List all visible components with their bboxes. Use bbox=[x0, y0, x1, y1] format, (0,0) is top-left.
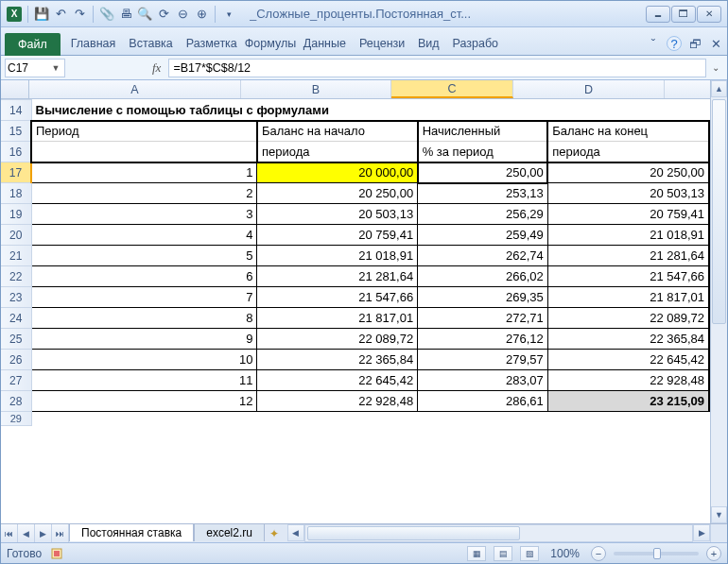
file-tab[interactable]: Файл bbox=[5, 33, 61, 56]
zoom-out-button[interactable]: − bbox=[591, 546, 606, 561]
tab-formulas[interactable]: Формулы bbox=[238, 32, 297, 55]
qat-customize-icon[interactable]: ▾ bbox=[221, 7, 236, 22]
row-header[interactable]: 21 bbox=[1, 246, 31, 266]
table-cell[interactable]: 22 645,42 bbox=[257, 370, 418, 391]
table-cell[interactable]: 20 503,13 bbox=[257, 204, 418, 225]
scroll-right-icon[interactable]: ▶ bbox=[693, 524, 710, 541]
cell-b17[interactable]: 20 000,00 bbox=[257, 162, 418, 183]
preview-icon[interactable]: 🔍 bbox=[137, 7, 152, 22]
row-header[interactable]: 19 bbox=[1, 204, 31, 225]
row-header[interactable]: 20 bbox=[1, 225, 31, 246]
table-cell[interactable]: 20 759,41 bbox=[257, 225, 418, 246]
table-cell[interactable]: 21 018,91 bbox=[257, 246, 418, 266]
hdr-period-2[interactable] bbox=[31, 142, 257, 162]
macro-record-icon[interactable] bbox=[49, 546, 64, 561]
table-cell[interactable]: 21 817,01 bbox=[257, 308, 418, 329]
select-all-corner[interactable] bbox=[1, 80, 29, 98]
row-header[interactable]: 17 bbox=[1, 162, 31, 183]
tab-developer[interactable]: Разрабо bbox=[446, 32, 505, 55]
table-cell[interactable]: 20 250,00 bbox=[257, 183, 418, 204]
row-header[interactable]: 29 bbox=[1, 412, 31, 426]
vertical-scrollbar[interactable]: ▲ ▼ bbox=[710, 80, 727, 523]
scroll-up-icon[interactable]: ▲ bbox=[711, 80, 727, 97]
table-cell[interactable]: 8 bbox=[31, 308, 257, 329]
doc-restore-icon[interactable]: 🗗 bbox=[687, 36, 702, 51]
zoom-thumb[interactable] bbox=[653, 548, 661, 559]
table-cell[interactable]: 259,49 bbox=[418, 225, 548, 246]
tab-last-icon[interactable]: ⏭ bbox=[52, 524, 69, 542]
row-header[interactable]: 18 bbox=[1, 183, 31, 204]
tab-view[interactable]: Вид bbox=[411, 32, 446, 55]
table-cell[interactable]: 272,71 bbox=[418, 308, 548, 329]
cell-a17[interactable]: 1 bbox=[31, 162, 257, 183]
table-cell[interactable]: 3 bbox=[31, 204, 257, 225]
col-header-c[interactable]: C bbox=[391, 80, 513, 98]
table-cell[interactable]: 12 bbox=[31, 391, 257, 412]
table-cell[interactable]: 283,07 bbox=[418, 370, 548, 391]
tab-review[interactable]: Рецензи bbox=[353, 32, 411, 55]
scroll-down-icon[interactable]: ▼ bbox=[711, 506, 727, 523]
scroll-left-icon[interactable]: ◀ bbox=[287, 524, 304, 541]
refresh-icon[interactable]: ⟳ bbox=[156, 7, 171, 22]
minimize-ribbon-icon[interactable]: ˇ bbox=[646, 36, 661, 51]
scroll-thumb[interactable] bbox=[307, 526, 520, 540]
table-cell[interactable]: 266,02 bbox=[418, 266, 548, 287]
row-header[interactable]: 24 bbox=[1, 308, 31, 329]
table-cell[interactable]: 22 928,48 bbox=[547, 370, 709, 391]
row-header[interactable]: 14 bbox=[1, 100, 31, 121]
table-cell[interactable]: 269,35 bbox=[418, 287, 548, 308]
zoom-in-button[interactable]: + bbox=[706, 546, 721, 561]
table-cell[interactable]: 21 018,91 bbox=[547, 225, 709, 246]
cell-d17[interactable]: 20 250,00 bbox=[547, 162, 709, 183]
fx-icon[interactable]: fx bbox=[152, 60, 161, 76]
cell-reference-input[interactable] bbox=[6, 61, 49, 75]
col-header-d[interactable]: D bbox=[513, 80, 665, 98]
cell-c17-active[interactable]: 250,00 bbox=[418, 162, 548, 183]
row-header[interactable]: 27 bbox=[1, 370, 31, 391]
final-balance-cell[interactable]: 23 215,09 bbox=[547, 391, 709, 412]
tab-home[interactable]: Главная bbox=[64, 32, 123, 55]
table-cell[interactable]: 9 bbox=[31, 329, 257, 350]
view-page-break-icon[interactable]: ▧ bbox=[520, 546, 539, 561]
tab-layout[interactable]: Разметка bbox=[180, 32, 238, 55]
hdr-period[interactable]: Период bbox=[31, 121, 257, 142]
tab-first-icon[interactable]: ⏮ bbox=[1, 524, 18, 542]
minimize-button[interactable]: 🗕 bbox=[646, 6, 670, 23]
table-cell[interactable]: 21 547,66 bbox=[547, 266, 709, 287]
table-cell[interactable]: 21 281,64 bbox=[547, 246, 709, 266]
undo-icon[interactable]: ↶ bbox=[53, 7, 68, 22]
hdr-end-balance[interactable]: Баланс на конец bbox=[547, 121, 709, 142]
nav-back-icon[interactable]: ⊖ bbox=[175, 7, 190, 22]
row-header[interactable]: 26 bbox=[1, 350, 31, 370]
table-title[interactable]: Вычисление с помощью таблицы с формулами bbox=[31, 100, 709, 121]
zoom-slider[interactable] bbox=[614, 552, 699, 555]
print-icon[interactable]: 🖶 bbox=[118, 7, 133, 22]
attach-icon[interactable]: 📎 bbox=[99, 7, 114, 22]
table-cell[interactable]: 262,74 bbox=[418, 246, 548, 266]
scroll-thumb[interactable] bbox=[712, 99, 726, 324]
hdr-interest-2[interactable]: % за период bbox=[418, 142, 548, 162]
maximize-button[interactable]: 🗖 bbox=[671, 6, 696, 23]
table-cell[interactable]: 279,57 bbox=[418, 350, 548, 370]
table-cell[interactable]: 6 bbox=[31, 266, 257, 287]
table-cell[interactable]: 276,12 bbox=[418, 329, 548, 350]
row-header[interactable]: 16 bbox=[1, 142, 31, 162]
table-cell[interactable]: 22 089,72 bbox=[257, 329, 418, 350]
table-cell[interactable]: 22 928,48 bbox=[257, 391, 418, 412]
table-cell[interactable]: 21 281,64 bbox=[257, 266, 418, 287]
table-cell[interactable]: 253,13 bbox=[418, 183, 548, 204]
sheet-tab[interactable]: excel2.ru bbox=[194, 523, 265, 541]
table-cell[interactable]: 21 547,66 bbox=[257, 287, 418, 308]
table-cell[interactable]: 5 bbox=[31, 246, 257, 266]
row-header[interactable]: 28 bbox=[1, 391, 31, 412]
redo-icon[interactable]: ↷ bbox=[72, 7, 87, 22]
table-cell[interactable]: 7 bbox=[31, 287, 257, 308]
hdr-start-balance-2[interactable]: периода bbox=[257, 142, 418, 162]
save-icon[interactable]: 💾 bbox=[34, 7, 49, 22]
table-cell[interactable]: 4 bbox=[31, 225, 257, 246]
namebox-dropdown-icon[interactable]: ▼ bbox=[49, 63, 62, 73]
table-cell[interactable]: 21 817,01 bbox=[547, 287, 709, 308]
table-cell[interactable]: 11 bbox=[31, 370, 257, 391]
table-cell[interactable]: 22 645,42 bbox=[547, 350, 709, 370]
sheet-tab-active[interactable]: Постоянная ставка bbox=[69, 523, 194, 541]
